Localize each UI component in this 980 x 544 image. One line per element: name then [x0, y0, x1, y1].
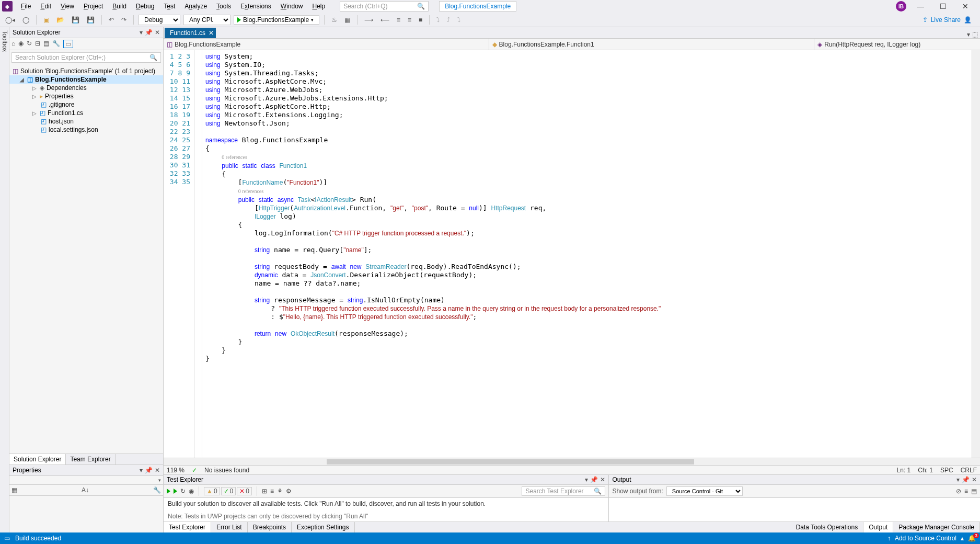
menu-tools[interactable]: Tools [212, 2, 235, 11]
pin-icon[interactable]: 📌 [590, 476, 598, 483]
wrap-icon[interactable]: ▤ [971, 488, 977, 495]
properties-icon[interactable]: 🔧 [52, 40, 60, 48]
tab-team-explorer[interactable]: Team Explorer [66, 454, 115, 464]
step-icon3[interactable]: ⤵ [455, 15, 463, 25]
refresh-icon[interactable]: ↻ [27, 40, 32, 48]
global-search-input[interactable]: Search (Ctrl+Q) 🔍 [340, 1, 429, 12]
close-button[interactable]: ✕ [957, 1, 974, 12]
playlist-icon[interactable]: ◉ [189, 488, 194, 495]
horizontal-scrollbar[interactable] [164, 458, 980, 465]
chevron-up-icon[interactable]: ▴ [961, 535, 964, 542]
open-file-button[interactable]: 📂 [54, 15, 66, 25]
new-project-button[interactable]: ▣ [41, 15, 51, 25]
line-indicator[interactable]: Ln: 1 [897, 467, 911, 474]
undo-button[interactable]: ↶ [107, 15, 116, 25]
platform-select[interactable]: Any CPU [183, 15, 230, 25]
redo-button[interactable]: ↷ [119, 15, 129, 25]
host-json-file[interactable]: host.json [9, 117, 163, 126]
local-settings-file[interactable]: local.settings.json [9, 126, 163, 134]
menu-extensions[interactable]: Extensions [236, 2, 275, 11]
spaces-indicator[interactable]: SPC [940, 467, 953, 474]
zoom-level[interactable]: 119 % [167, 467, 185, 474]
step-icon[interactable]: ⤵ [434, 15, 442, 25]
code-editor[interactable]: 1 2 3 4 5 6 7 8 9 10 11 12 13 14 15 16 1… [164, 50, 980, 458]
test-search-input[interactable]: Search Test Explorer 🔍 [522, 486, 605, 496]
bt-output[interactable]: Output [863, 522, 893, 532]
dropdown-icon[interactable]: ▾ [585, 476, 588, 483]
function1-file[interactable]: ▷Function1.cs [9, 109, 163, 117]
bookmark-button[interactable]: ■ [417, 15, 424, 25]
close-icon[interactable]: ✕ [972, 476, 977, 483]
dropdown-icon[interactable]: ▾ [158, 478, 161, 483]
dependencies-node[interactable]: ▷Dependencies [9, 84, 163, 92]
uncomment-button[interactable]: ≡ [406, 15, 413, 25]
menu-debug[interactable]: Debug [132, 2, 158, 11]
maximize-button[interactable]: ☐ [935, 1, 952, 12]
menu-window[interactable]: Window [276, 2, 307, 11]
events-icon[interactable]: 🔧 [153, 486, 161, 494]
sync-icon[interactable]: ◉ [18, 40, 24, 48]
code-content[interactable]: using System; using System.IO; using Sys… [202, 50, 972, 458]
dropdown-icon[interactable]: ▾ [967, 31, 970, 38]
alpha-sort-icon[interactable]: A↓ [82, 486, 89, 494]
start-debug-button[interactable]: Blog.FunctionsExample ▾ [234, 15, 319, 25]
gear-icon[interactable]: ⚙ [286, 488, 292, 495]
bt-pmc[interactable]: Package Manager Console [893, 522, 980, 532]
tb-icon2[interactable]: ▦ [342, 15, 352, 25]
save-button[interactable]: 💾 [70, 15, 82, 25]
nav-fwd-button[interactable]: ◯ [20, 15, 31, 25]
menu-edit[interactable]: Edit [36, 2, 55, 11]
project-node[interactable]: ◢Blog.FunctionsExample [9, 75, 163, 84]
pin-icon[interactable]: 📌 [145, 467, 153, 474]
warn-count[interactable]: ▲0 [204, 487, 220, 495]
nav-back-button[interactable]: ◯◂ [3, 15, 17, 25]
solution-search-input[interactable]: Search Solution Explorer (Ctrl+;) 🔍 [11, 52, 161, 63]
bt-error-list[interactable]: Error List [211, 522, 248, 532]
categorize-icon[interactable]: ▦ [11, 486, 17, 494]
output-source-select[interactable]: Source Control - Git [666, 486, 743, 496]
nav-method[interactable]: ◈Run(HttpRequest req, ILogger log) [814, 39, 980, 50]
pin-icon[interactable]: 📌 [145, 29, 153, 36]
notifications-button[interactable]: 🔔3 [968, 535, 976, 542]
properties-node[interactable]: ▷Properties [9, 92, 163, 100]
gitignore-file[interactable]: .gitignore [9, 100, 163, 109]
menu-file[interactable]: File [17, 2, 35, 11]
bt-data-tools[interactable]: Data Tools Operations [791, 522, 864, 532]
close-icon[interactable]: ✕ [600, 476, 605, 483]
add-source-control[interactable]: Add to Source Control [895, 535, 956, 542]
dropdown-icon[interactable]: ▾ [956, 476, 960, 483]
account-icon[interactable]: 👤 [964, 16, 972, 24]
col-indicator[interactable]: Ch: 1 [918, 467, 933, 474]
solution-node[interactable]: Solution 'Blog.FunctionsExample' (1 of 1… [9, 67, 163, 75]
current-project-pill[interactable]: Blog.FunctionsExample [439, 1, 516, 12]
step-icon2[interactable]: ⤴ [445, 15, 452, 25]
vertical-scrollbar[interactable] [972, 50, 980, 458]
fail-count[interactable]: ✕0 [237, 487, 252, 495]
home-icon[interactable]: ⌂ [11, 40, 15, 48]
fold-gutter[interactable] [195, 50, 202, 458]
menu-view[interactable]: View [56, 2, 78, 11]
menu-analyze[interactable]: Analyze [180, 2, 211, 11]
show-all-icon[interactable]: ▤ [43, 40, 49, 48]
crlf-indicator[interactable]: CRLF [961, 467, 977, 474]
minimize-button[interactable]: — [912, 1, 929, 12]
tb-icon[interactable]: ♨ [329, 15, 339, 25]
liveshare-button[interactable]: Live Share [931, 16, 961, 24]
dropdown-icon[interactable]: ▾ [140, 29, 143, 36]
indent-button[interactable]: ⟶ [362, 15, 375, 25]
preview-icon[interactable]: ▭ [63, 40, 73, 48]
outdent-button[interactable]: ⟵ [378, 15, 391, 25]
pin-icon[interactable]: 📌 [962, 476, 970, 483]
nav-class[interactable]: ◆Blog.FunctionsExample.Function1 [489, 39, 815, 50]
menu-build[interactable]: Build [108, 2, 131, 11]
bt-breakpoints[interactable]: Breakpoints [248, 522, 292, 532]
toggle-icon[interactable]: ≡ [964, 488, 968, 495]
comment-button[interactable]: ≡ [395, 15, 402, 25]
repeat-icon[interactable]: ↻ [180, 488, 186, 495]
list-icon[interactable]: ≡ [270, 488, 274, 495]
filter-icon[interactable]: ⚘ [277, 488, 283, 495]
pass-count[interactable]: ✓0 [221, 487, 236, 495]
run-button[interactable] [174, 489, 177, 494]
close-panel-icon[interactable]: ✕ [155, 467, 160, 474]
config-select[interactable]: Debug [139, 15, 180, 25]
